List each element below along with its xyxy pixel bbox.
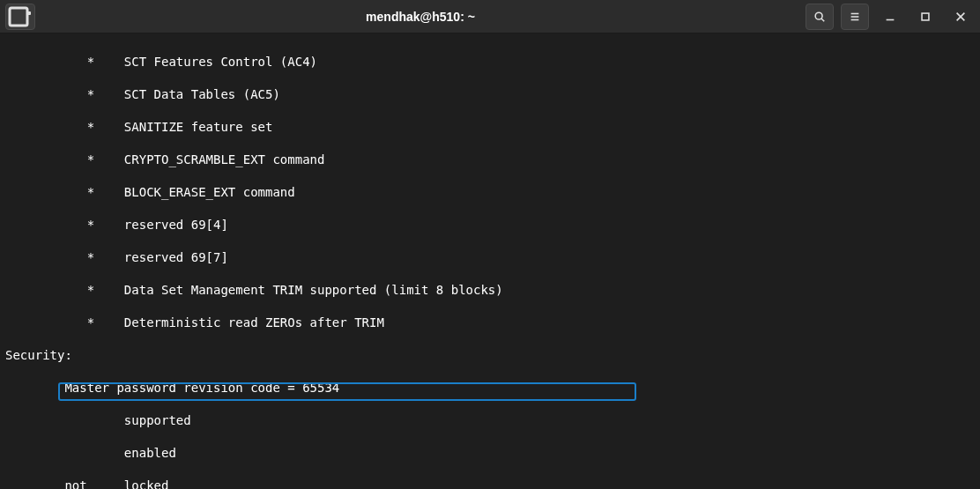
- output-line: enabled: [5, 445, 975, 462]
- svg-rect-7: [922, 13, 929, 20]
- svg-rect-0: [10, 8, 27, 26]
- output-line: Security:: [5, 347, 975, 364]
- output-line: * Deterministic read ZEROs after TRIM: [5, 315, 975, 331]
- terminal-output[interactable]: * SCT Features Control (AC4) * SCT Data …: [0, 33, 980, 489]
- output-line: * reserved 69[7]: [5, 249, 975, 266]
- output-line: * SCT Data Tables (AC5): [5, 86, 975, 103]
- output-line: not locked: [5, 478, 975, 490]
- output-line: * Data Set Management TRIM supported (li…: [5, 282, 975, 299]
- output-line: * SANITIZE feature set: [5, 119, 975, 136]
- output-line: supported: [5, 412, 975, 429]
- close-button[interactable]: [947, 4, 975, 30]
- output-line: * reserved 69[4]: [5, 217, 975, 233]
- window-title: mendhak@h510: ~: [35, 10, 806, 24]
- output-line: Master password revision code = 65534: [5, 380, 975, 396]
- output-line: * SCT Features Control (AC4): [5, 54, 975, 70]
- titlebar: mendhak@h510: ~: [0, 0, 980, 33]
- svg-point-1: [815, 12, 822, 19]
- new-tab-button[interactable]: [5, 4, 35, 30]
- svg-line-2: [821, 19, 824, 21]
- window-controls: [806, 4, 975, 30]
- output-line: * CRYPTO_SCRAMBLE_EXT command: [5, 152, 975, 168]
- maximize-button[interactable]: [911, 4, 939, 30]
- search-button[interactable]: [806, 4, 834, 30]
- menu-button[interactable]: [841, 4, 869, 30]
- minimize-button[interactable]: [876, 4, 904, 30]
- output-line: * BLOCK_ERASE_EXT command: [5, 184, 975, 201]
